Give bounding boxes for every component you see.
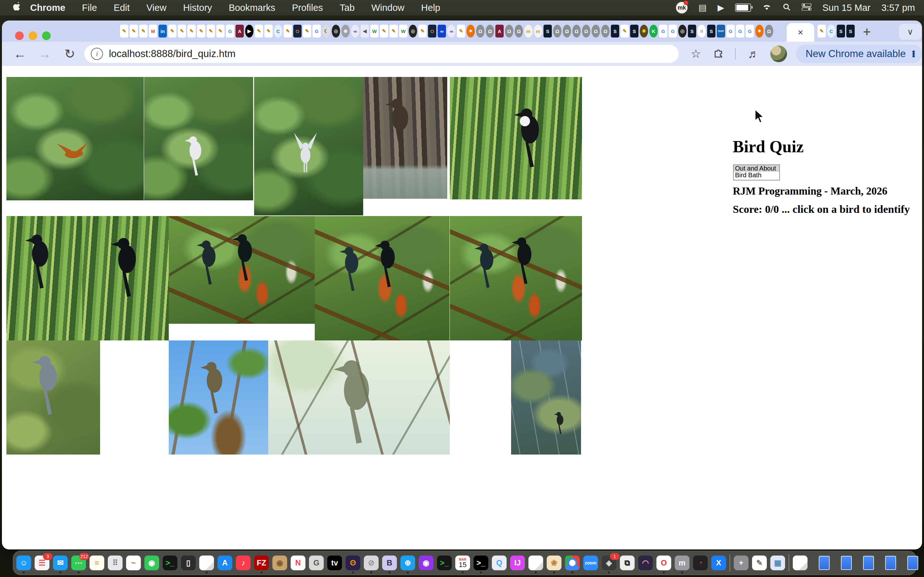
battery-icon[interactable] [735,3,751,12]
bird-image-1[interactable] [6,77,144,200]
bookmark-star-icon[interactable]: ☆ [691,47,701,61]
dock-minimized-window[interactable] [863,556,874,570]
menu-item-view[interactable]: View [138,3,174,13]
dock-minimized-window[interactable] [907,556,918,570]
dock-document[interactable] [199,556,214,570]
pinned-tab-mgold-favicon[interactable]: m [534,25,542,37]
pinned-tab-cteal-favicon[interactable]: C [827,25,835,37]
bird-image-8[interactable] [169,216,315,324]
pinned-tab-pen-favicon[interactable]: ✎ [207,25,215,37]
pinned-tab-orangefire-favicon[interactable]: ✶ [755,25,764,37]
profile-avatar[interactable] [771,45,787,62]
dock-gimp[interactable]: G [309,556,324,570]
dock-terminal-exec-2[interactable]: >_ [437,556,452,570]
play-status-icon[interactable]: ▶ [718,3,724,12]
pinned-tab-sdark-favicon[interactable]: S [688,25,696,37]
pinned-tab-gorilla-favicon[interactable]: Ω [572,25,581,37]
pinned-tab-gorilla-favicon[interactable]: Ω [601,25,610,37]
bird-image-10[interactable] [450,216,582,340]
bird-image-7[interactable] [82,216,169,340]
dock-apple-tv[interactable]: tv [327,556,342,570]
dock-blocked[interactable]: ⊘ [364,556,379,570]
menu-item-file[interactable]: File [74,3,105,13]
pinned-tab-pen-favicon[interactable]: ✎ [120,25,128,37]
url-text[interactable]: localhost:8888/bird_quiz.htm [109,48,236,60]
back-button[interactable]: ← [13,47,27,61]
pinned-tab-wgreen-favicon[interactable]: W [370,25,379,37]
extensions-icon[interactable] [713,47,724,61]
pinned-tab-gorilla-favicon[interactable]: Ω [505,25,513,37]
menu-clock-date[interactable]: Sun 15 Mar [822,3,871,13]
minimize-window-button[interactable] [29,31,37,40]
dock-libreoffice[interactable] [528,556,543,570]
control-center-icon[interactable] [802,3,811,12]
dock-safari[interactable]: ⊕ [401,556,415,570]
dock-minimized-window[interactable] [885,556,896,570]
pinned-tab-afl-favicon[interactable]: A [495,25,504,37]
pinned-tab-pen-favicon[interactable]: ✎ [620,25,629,37]
forward-button[interactable]: → [38,47,52,61]
dock-palette[interactable]: ❀ [547,556,561,570]
dock-mamp[interactable]: m [675,556,690,570]
menu-clock-time[interactable]: 3:57 pm [881,3,915,13]
pinned-tab-pen-favicon[interactable]: ✎ [303,25,311,37]
pinned-tab-pen-favicon[interactable]: ✎ [817,25,826,37]
pinned-tab-gorilla-favicon[interactable]: Ω [476,25,485,37]
menu-item-edit[interactable]: Edit [105,3,138,13]
dock-launchpad[interactable]: ⠿ [108,556,123,570]
menu-item-help[interactable]: Help [413,3,449,13]
pinned-tab-pen-favicon[interactable]: ✎ [418,25,427,37]
spotlight-search-icon[interactable] [782,3,791,13]
pinned-tab-afl-favicon[interactable]: A [236,25,244,37]
dock-terminal-exec[interactable]: >_ [163,556,178,570]
dock-accessibility[interactable]: + [734,556,748,570]
menu-item-chrome[interactable]: Chrome [21,3,74,13]
pinned-tab-play-favicon[interactable]: ▶ [245,25,254,37]
pinned-tab-gorilla-favicon[interactable]: Ω [591,25,600,37]
close-window-button[interactable] [15,31,24,40]
dock-stickies-cat[interactable]: ◠ [638,556,653,570]
pinned-tab-google-favicon[interactable]: G [226,25,234,37]
pinned-tab-target-favicon[interactable]: ◎ [409,25,417,37]
pinned-tab-google-favicon[interactable]: G [746,25,754,37]
menu-item-bookmarks[interactable]: Bookmarks [220,3,284,13]
menu-item-profiles[interactable]: Profiles [284,3,331,13]
menu-item-window[interactable]: Window [363,3,413,13]
dock-gauge[interactable]: ◔ [693,556,708,570]
dock-milk-carton[interactable] [793,556,808,570]
pinned-tab-pen-favicon[interactable]: ✎ [457,25,465,37]
app-status-icon[interactable]: mk [676,2,688,13]
pinned-tab-sap-favicon[interactable]: SAP [717,25,725,37]
pinned-tab-pen-favicon[interactable]: ✎ [216,25,225,37]
pinned-tab-pen-favicon[interactable]: ✎ [129,25,138,37]
new-tab-button[interactable]: + [858,23,876,41]
dock-freeform[interactable]: ~ [126,556,141,570]
pinned-tab-sdark-favicon[interactable]: S [707,25,716,37]
pinned-tab-pen-favicon[interactable]: ✎ [264,25,273,37]
pinned-tab-pen-favicon[interactable]: ✎ [197,25,205,37]
dock-quicktime[interactable]: Q [492,556,507,570]
pinned-tab-hawthorn-favicon[interactable]: ✹ [640,25,648,37]
mode-listbox[interactable]: Out and About Bird Bath [733,164,780,181]
pinned-tab-gorilla-favicon[interactable]: Ω [515,25,523,37]
dock-photo-viewer[interactable]: ▦ [771,556,785,570]
pinned-tab-gmail-favicon[interactable]: M [149,25,157,37]
pinned-tab-google-favicon[interactable]: G [726,25,735,37]
pinned-tab-gorilla-favicon[interactable]: Ω [486,25,494,37]
pinned-tab-orangefire-favicon[interactable]: ✶ [467,25,475,37]
pinned-tab-pen-favicon[interactable]: ✎ [284,25,292,37]
pinned-tab-google-favicon[interactable]: G [736,25,744,37]
listbox-option-out-and-about[interactable]: Out and About [734,165,779,172]
dock-opera[interactable]: O [656,556,671,570]
pinned-tab-pen-favicon[interactable]: ✎ [380,25,388,37]
pinned-tab-pen-favicon[interactable]: ✎ [168,25,176,37]
site-info-icon[interactable]: i [91,48,103,60]
pinned-tab-abc-favicon[interactable]: ∞ [351,25,359,37]
dock-finder[interactable]: ☺ [16,556,31,570]
listbox-option-bird-bath[interactable]: Bird Bath [734,172,779,179]
chrome-menu-icon[interactable]: ••• [912,51,915,57]
pinned-tab-sdark-favicon[interactable]: S [630,25,638,37]
wifi-icon[interactable] [762,3,772,13]
apple-icon[interactable] [12,2,21,14]
dock-minimized-window[interactable] [841,556,852,570]
